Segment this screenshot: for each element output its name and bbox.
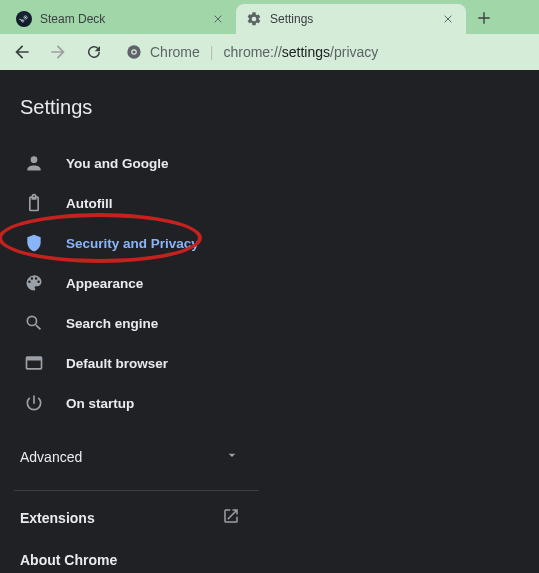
clipboard-icon bbox=[24, 193, 44, 213]
nav-item-on-startup[interactable]: On startup bbox=[8, 383, 539, 423]
tab-settings[interactable]: Settings bbox=[236, 4, 466, 34]
gear-icon bbox=[246, 11, 262, 27]
forward-button[interactable] bbox=[44, 38, 72, 66]
power-icon bbox=[24, 393, 44, 413]
svg-point-5 bbox=[132, 50, 135, 53]
back-button[interactable] bbox=[8, 38, 36, 66]
nav-label: Autofill bbox=[66, 196, 113, 211]
chevron-down-icon bbox=[224, 447, 240, 466]
svg-point-1 bbox=[25, 17, 26, 18]
external-link-icon bbox=[222, 507, 240, 528]
address-bar[interactable]: Chrome | chrome://settings/privacy bbox=[116, 38, 531, 66]
nav-item-appearance[interactable]: Appearance bbox=[8, 263, 539, 303]
nav-label: Appearance bbox=[66, 276, 143, 291]
new-tab-button[interactable] bbox=[470, 4, 498, 32]
tab-title: Steam Deck bbox=[40, 12, 202, 26]
nav-item-you-and-google[interactable]: You and Google bbox=[8, 143, 539, 183]
omnibox-separator: | bbox=[210, 44, 214, 60]
advanced-label: Advanced bbox=[20, 449, 82, 465]
nav-item-default-browser[interactable]: Default browser bbox=[8, 343, 539, 383]
reload-button[interactable] bbox=[80, 38, 108, 66]
tab-strip: Steam Deck Settings bbox=[0, 0, 539, 34]
chrome-icon bbox=[126, 44, 142, 60]
browser-toolbar: Chrome | chrome://settings/privacy bbox=[0, 34, 539, 70]
omnibox-url: chrome://settings/privacy bbox=[223, 44, 378, 60]
advanced-toggle[interactable]: Advanced bbox=[0, 423, 260, 490]
svg-point-6 bbox=[31, 156, 38, 163]
close-icon[interactable] bbox=[440, 11, 456, 27]
nav-item-security-and-privacy[interactable]: Security and Privacy bbox=[8, 223, 539, 263]
nav-label: You and Google bbox=[66, 156, 169, 171]
footer-about-chrome[interactable]: About Chrome bbox=[0, 536, 260, 573]
page-title: Settings bbox=[0, 86, 539, 143]
nav-label: Security and Privacy bbox=[66, 236, 199, 251]
nav-label: Search engine bbox=[66, 316, 158, 331]
footer-extensions[interactable]: Extensions bbox=[0, 491, 260, 536]
palette-icon bbox=[24, 273, 44, 293]
nav-label: On startup bbox=[66, 396, 134, 411]
omnibox-chip-label: Chrome bbox=[150, 44, 200, 60]
nav-label: Default browser bbox=[66, 356, 168, 371]
footer-label: About Chrome bbox=[20, 552, 117, 568]
settings-page: Settings You and Google Autofill Securit… bbox=[0, 70, 539, 573]
footer-label: Extensions bbox=[20, 510, 95, 526]
tab-title: Settings bbox=[270, 12, 432, 26]
steam-icon bbox=[16, 11, 32, 27]
settings-nav: You and Google Autofill Security and Pri… bbox=[0, 143, 539, 423]
person-icon bbox=[24, 153, 44, 173]
nav-item-autofill[interactable]: Autofill bbox=[8, 183, 539, 223]
close-icon[interactable] bbox=[210, 11, 226, 27]
nav-item-search-engine[interactable]: Search engine bbox=[8, 303, 539, 343]
shield-icon bbox=[24, 233, 44, 253]
tab-steam-deck[interactable]: Steam Deck bbox=[6, 4, 236, 34]
search-icon bbox=[24, 313, 44, 333]
browser-window-icon bbox=[24, 353, 44, 373]
